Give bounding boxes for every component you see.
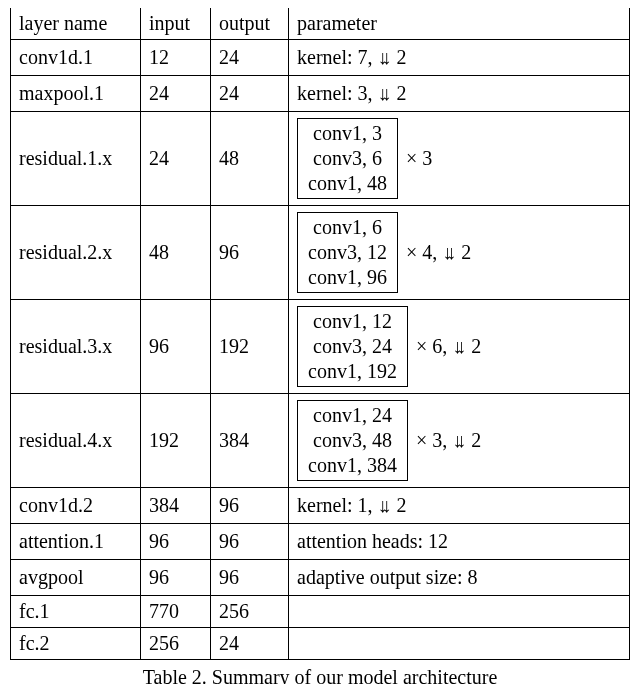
cell-output: 192 xyxy=(211,300,289,394)
table-row: fc.1770256 xyxy=(11,596,630,628)
block-line: conv1, 12 xyxy=(313,309,392,334)
cell-layer: maxpool.1 xyxy=(11,76,141,112)
table-header-row: layer name input output parameter xyxy=(11,8,630,40)
block-line: conv3, 48 xyxy=(313,428,392,453)
table-row: residual.1.x2448conv1, 3conv3, 6conv1, 4… xyxy=(11,112,630,206)
cell-layer: attention.1 xyxy=(11,524,141,560)
cell-output: 96 xyxy=(211,560,289,596)
table-row: residual.2.x4896conv1, 6conv3, 12conv1, … xyxy=(11,206,630,300)
cell-layer: residual.4.x xyxy=(11,394,141,488)
cell-layer: conv1d.1 xyxy=(11,40,141,76)
cell-layer: avgpool xyxy=(11,560,141,596)
col-layer: layer name xyxy=(11,8,141,40)
cell-input: 48 xyxy=(141,206,211,300)
cell-input: 24 xyxy=(141,112,211,206)
cell-output: 384 xyxy=(211,394,289,488)
block-multiplier: × 3, ↓↓ 2 xyxy=(416,429,481,452)
cell-input: 24 xyxy=(141,76,211,112)
cell-param: conv1, 6conv3, 12conv1, 96× 4, ↓↓ 2 xyxy=(289,206,630,300)
block-line: conv1, 192 xyxy=(308,359,397,384)
block-line: conv3, 12 xyxy=(308,240,387,265)
block-line: conv3, 6 xyxy=(313,146,382,171)
cell-param: conv1, 24conv3, 48conv1, 384× 3, ↓↓ 2 xyxy=(289,394,630,488)
cell-output: 96 xyxy=(211,488,289,524)
cell-layer: residual.1.x xyxy=(11,112,141,206)
cell-output: 96 xyxy=(211,524,289,560)
cell-input: 96 xyxy=(141,560,211,596)
residual-block: conv1, 12conv3, 24conv1, 192 xyxy=(297,306,408,387)
cell-output: 256 xyxy=(211,596,289,628)
cell-layer: residual.3.x xyxy=(11,300,141,394)
table-row: conv1d.11224kernel: 7, ↓↓ 2 xyxy=(11,40,630,76)
cell-param: kernel: 1, ↓↓ 2 xyxy=(289,488,630,524)
cell-input: 770 xyxy=(141,596,211,628)
cell-param: conv1, 12conv3, 24conv1, 192× 6, ↓↓ 2 xyxy=(289,300,630,394)
table-row: residual.4.x192384conv1, 24conv3, 48conv… xyxy=(11,394,630,488)
cell-layer: fc.2 xyxy=(11,628,141,660)
cell-input: 384 xyxy=(141,488,211,524)
block-line: conv1, 96 xyxy=(308,265,387,290)
cell-output: 24 xyxy=(211,40,289,76)
residual-block: conv1, 3conv3, 6conv1, 48 xyxy=(297,118,398,199)
col-param: parameter xyxy=(289,8,630,40)
table-caption: Table 2. Summary of our model architectu… xyxy=(10,666,630,684)
residual-block: conv1, 6conv3, 12conv1, 96 xyxy=(297,212,398,293)
col-input: input xyxy=(141,8,211,40)
cell-param: adaptive output size: 8 xyxy=(289,560,630,596)
cell-param: conv1, 3conv3, 6conv1, 48× 3 xyxy=(289,112,630,206)
architecture-table: layer name input output parameter conv1d… xyxy=(10,8,630,660)
cell-param xyxy=(289,628,630,660)
cell-input: 96 xyxy=(141,524,211,560)
cell-output: 48 xyxy=(211,112,289,206)
cell-layer: fc.1 xyxy=(11,596,141,628)
cell-layer: residual.2.x xyxy=(11,206,141,300)
block-line: conv1, 3 xyxy=(313,121,382,146)
col-output: output xyxy=(211,8,289,40)
residual-block: conv1, 24conv3, 48conv1, 384 xyxy=(297,400,408,481)
table-row: attention.19696attention heads: 12 xyxy=(11,524,630,560)
cell-input: 96 xyxy=(141,300,211,394)
table-row: fc.225624 xyxy=(11,628,630,660)
cell-param: kernel: 7, ↓↓ 2 xyxy=(289,40,630,76)
table-row: avgpool9696adaptive output size: 8 xyxy=(11,560,630,596)
cell-layer: conv1d.2 xyxy=(11,488,141,524)
cell-input: 12 xyxy=(141,40,211,76)
block-multiplier: × 3 xyxy=(406,147,432,170)
table-row: residual.3.x96192conv1, 12conv3, 24conv1… xyxy=(11,300,630,394)
block-line: conv3, 24 xyxy=(313,334,392,359)
cell-output: 24 xyxy=(211,628,289,660)
cell-param: attention heads: 12 xyxy=(289,524,630,560)
block-multiplier: × 6, ↓↓ 2 xyxy=(416,335,481,358)
cell-param xyxy=(289,596,630,628)
cell-input: 192 xyxy=(141,394,211,488)
cell-output: 96 xyxy=(211,206,289,300)
cell-param: kernel: 3, ↓↓ 2 xyxy=(289,76,630,112)
block-line: conv1, 24 xyxy=(313,403,392,428)
block-multiplier: × 4, ↓↓ 2 xyxy=(406,241,471,264)
table-row: conv1d.238496kernel: 1, ↓↓ 2 xyxy=(11,488,630,524)
cell-output: 24 xyxy=(211,76,289,112)
block-line: conv1, 384 xyxy=(308,453,397,478)
cell-input: 256 xyxy=(141,628,211,660)
block-line: conv1, 48 xyxy=(308,171,387,196)
block-line: conv1, 6 xyxy=(313,215,382,240)
table-row: maxpool.12424kernel: 3, ↓↓ 2 xyxy=(11,76,630,112)
